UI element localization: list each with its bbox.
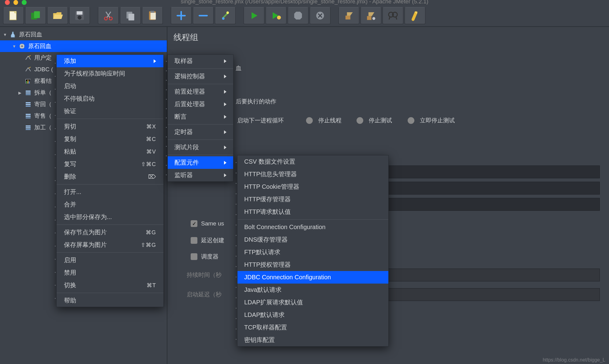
collapse-button[interactable] [193, 7, 214, 24]
context-menu-item[interactable]: 为子线程添加响应时间 [57, 67, 163, 80]
context-menu-item[interactable]: 保存屏幕为图片⇧⌘G [57, 239, 163, 251]
config-element-item[interactable]: 密钥库配置 [237, 334, 388, 346]
context-menu-item[interactable]: 删除⌦ [57, 170, 163, 183]
config-element-item[interactable]: HTTP Cookie管理器 [237, 180, 388, 193]
context-menu-label: 选中部分保存为... [64, 213, 112, 221]
templates-button[interactable] [25, 7, 46, 24]
open-button[interactable] [47, 7, 68, 24]
config-element-item[interactable]: HTTP缓存管理器 [237, 193, 388, 206]
new-button[interactable] [3, 7, 24, 24]
radio-stop-test[interactable]: 停止测试 [357, 117, 392, 124]
tree-threadgroup[interactable]: ▼ 原石回血 [0, 40, 167, 52]
context-menu-item[interactable]: 剪切⌘X [57, 120, 163, 133]
context-menu-label: 启动 [64, 82, 76, 90]
window-close[interactable] [5, 0, 10, 5]
start-no-timers-button[interactable] [266, 7, 286, 24]
submenu-item[interactable]: 逻辑控制器 [168, 70, 233, 83]
submenu-item[interactable]: 定时器 [168, 126, 233, 138]
svg-rect-37 [26, 127, 31, 128]
svg-rect-32 [26, 106, 31, 107]
context-menu-item[interactable]: 验证 [57, 105, 163, 117]
config-element-item[interactable]: FTP默认请求 [237, 246, 388, 258]
svg-rect-9 [129, 14, 134, 20]
tree-item-label: 拆单（ [34, 89, 52, 97]
clear-button[interactable] [338, 7, 359, 24]
context-menu-label: 为子线程添加响应时间 [64, 69, 125, 78]
context-menu-item[interactable]: 粘贴⌘V [57, 145, 163, 158]
toggle-button[interactable] [215, 7, 236, 24]
context-menu-item[interactable]: 切换⌘T [57, 279, 163, 292]
context-menu-item[interactable]: 保存节点为图片⌘G [57, 226, 163, 239]
context-menu-item[interactable]: 帮助 [57, 294, 163, 307]
config-element-item[interactable]: HTTP授权管理器 [237, 258, 388, 271]
context-menu-label: 切换 [64, 281, 76, 289]
context-menu-item[interactable]: 选中部分保存为... [57, 211, 163, 223]
copy-button[interactable] [120, 7, 141, 24]
search-button[interactable] [383, 7, 403, 24]
context-menu-label: 复写 [64, 160, 76, 168]
config-element-item[interactable]: JDBC Connection Configuration [237, 271, 388, 284]
config-element-item[interactable]: Bolt Connection Configuration [237, 221, 388, 233]
submenu-item[interactable]: 后置处理器 [168, 98, 233, 110]
context-menu-item[interactable]: 复制⌘C [57, 133, 163, 145]
submenu-label: 取样器 [174, 57, 193, 65]
save-button[interactable] [69, 7, 90, 24]
svg-rect-34 [26, 116, 31, 117]
config-element-item[interactable]: HTTP信息头管理器 [237, 168, 388, 180]
tree-root[interactable]: ▼ 原石回血 [0, 29, 167, 40]
delayed-start-checkbox[interactable]: 延迟创建 [191, 236, 224, 244]
context-menu-item[interactable]: 禁用 [57, 266, 163, 279]
tree-toggle-icon[interactable]: ▶ [18, 91, 24, 95]
radio-stop-test-now[interactable]: 立即停止测试 [408, 117, 455, 124]
submenu-item[interactable]: 配置元件 [168, 156, 233, 169]
context-menu-item[interactable]: 启用 [57, 254, 163, 266]
tree-item-label: 用户定 [34, 54, 52, 62]
config-element-item[interactable]: LDAP默认请求 [237, 309, 388, 321]
toolbar [0, 5, 609, 27]
expand-button[interactable] [171, 7, 192, 24]
config-element-item[interactable]: Java默认请求 [237, 284, 388, 296]
same-user-checkbox[interactable]: Same us [191, 220, 224, 227]
submenu-item[interactable]: 断言 [168, 110, 233, 123]
shutdown-button[interactable] [310, 7, 331, 24]
context-menu-label: 不停顿启动 [64, 95, 95, 103]
shortcut-label: ⌘C [146, 136, 156, 143]
radio-next-loop[interactable]: 启动下一进程循环 [237, 117, 284, 124]
reset-search-button[interactable] [405, 7, 425, 24]
window-zoom[interactable] [22, 0, 27, 5]
paste-button[interactable] [142, 7, 163, 24]
stop-button[interactable] [288, 7, 308, 24]
testplan-icon [9, 31, 17, 38]
context-menu-label: 保存屏幕为图片 [64, 241, 107, 249]
config-element-submenu[interactable]: CSV 数据文件设置HTTP信息头管理器HTTP Cookie管理器HTTP缓存… [237, 155, 389, 347]
radio-stop-thread[interactable]: 停止线程 [306, 117, 342, 124]
config-element-item[interactable]: HTTP请求默认值 [237, 206, 388, 218]
add-submenu[interactable]: 取样器逻辑控制器前置处理器后置处理器断言定时器测试片段配置元件监听器 [167, 54, 234, 182]
context-menu-item[interactable]: 添加 [57, 55, 163, 67]
config-element-item[interactable]: TCP取样器配置 [237, 321, 388, 334]
tree-toggle-icon[interactable]: ▼ [3, 32, 9, 37]
start-button[interactable] [244, 7, 264, 24]
config-element-item[interactable]: DNS缓存管理器 [237, 233, 388, 246]
tree-toggle-icon[interactable]: ▼ [12, 44, 18, 49]
window-title: single_stone_restore.jmx (/Users/apple/D… [181, 0, 428, 5]
clear-all-button[interactable] [361, 7, 381, 24]
submenu-item[interactable]: 测试片段 [168, 141, 233, 154]
context-menu-item[interactable]: 不停顿启动 [57, 92, 163, 105]
context-menu-item[interactable]: 打开... [57, 186, 163, 198]
context-menu-item[interactable]: 启动 [57, 80, 163, 92]
submenu-item[interactable]: 前置处理器 [168, 85, 233, 98]
context-menu-item[interactable]: 合并 [57, 198, 163, 211]
listener-icon [24, 77, 32, 85]
scheduler-checkbox[interactable]: 调度器 [191, 253, 219, 261]
submenu-item[interactable]: 取样器 [168, 55, 233, 67]
submenu-arrow-icon [224, 90, 226, 94]
svg-rect-25 [28, 80, 28, 84]
submenu-item[interactable]: 监听器 [168, 169, 233, 181]
config-element-item[interactable]: LDAP扩展请求默认值 [237, 296, 388, 309]
config-element-item[interactable]: CSV 数据文件设置 [237, 155, 388, 168]
cut-button[interactable] [98, 7, 119, 24]
context-menu[interactable]: 添加为子线程添加响应时间启动不停顿启动验证剪切⌘X复制⌘C粘贴⌘V复写⇧⌘C删除… [56, 54, 164, 307]
context-menu-item[interactable]: 复写⇧⌘C [57, 158, 163, 170]
window-minimize[interactable] [13, 0, 18, 5]
